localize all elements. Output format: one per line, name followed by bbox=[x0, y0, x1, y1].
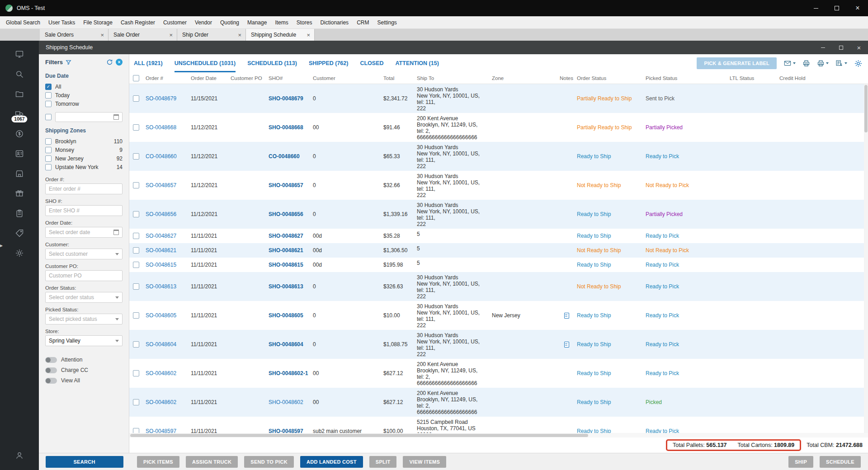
menu-item-file-storage[interactable]: File Storage bbox=[79, 16, 117, 29]
action-split[interactable]: SPLIT bbox=[369, 456, 397, 468]
filter-select-customer[interactable]: Select customer bbox=[45, 249, 123, 259]
table-row[interactable]: SO-004862111/11/2021SHO-004862100d$1,306… bbox=[129, 243, 868, 258]
scrollbar-thumb[interactable] bbox=[864, 85, 868, 132]
filter-select-picked-status[interactable]: Select picked status bbox=[45, 314, 123, 324]
table-row[interactable]: SO-004860211/11/2021SHO-004860200$627.12… bbox=[129, 388, 868, 417]
sho-link[interactable]: CO-0048660 bbox=[269, 153, 300, 160]
folder-icon[interactable] bbox=[0, 84, 39, 104]
sho-link[interactable]: SHO-0048605 bbox=[269, 312, 303, 319]
checkbox[interactable] bbox=[45, 164, 52, 170]
filter-input-customer-po[interactable] bbox=[45, 270, 123, 281]
close-button[interactable]: × bbox=[847, 0, 868, 16]
minimize-button[interactable] bbox=[806, 0, 826, 16]
tab-close-icon[interactable]: × bbox=[235, 32, 241, 38]
zone-option-monsey[interactable]: Monsey9 bbox=[45, 147, 123, 153]
table-row[interactable]: SO-004867911/15/2021SHO-00486790$2,341.7… bbox=[129, 84, 868, 113]
order-link[interactable]: SO-0048604 bbox=[146, 341, 176, 348]
store-icon[interactable] bbox=[0, 164, 39, 183]
order-link[interactable]: SO-0048602 bbox=[146, 370, 176, 376]
filter-date-input[interactable]: Select order date bbox=[45, 227, 123, 238]
note-icon[interactable] bbox=[564, 342, 569, 348]
menu-item-cash-register[interactable]: Cash Register bbox=[117, 16, 159, 29]
table-row[interactable]: SO-004859711/11/2021SHO-0048597sub2 main… bbox=[129, 417, 868, 433]
email-button[interactable] bbox=[783, 60, 796, 67]
table-row[interactable]: SO-004861311/11/2021SHO-00486130$326.633… bbox=[129, 272, 868, 301]
sho-link[interactable]: SHO-0048613 bbox=[269, 283, 303, 290]
toggle-attention[interactable]: Attention bbox=[45, 357, 123, 363]
action-send-to-pick[interactable]: SEND TO PICK bbox=[244, 456, 294, 468]
table-row[interactable]: SO-004860211/11/2021SHO-0048602-100$627.… bbox=[129, 359, 868, 388]
sho-link[interactable]: SHO-0048602 bbox=[269, 399, 303, 405]
row-checkbox[interactable] bbox=[133, 211, 139, 217]
settings-gear-button[interactable] bbox=[854, 59, 863, 68]
sho-link[interactable]: SHO-0048604 bbox=[269, 341, 303, 348]
due-date-option-all[interactable]: ✓All bbox=[45, 84, 123, 90]
search-icon[interactable] bbox=[0, 64, 39, 84]
sho-link[interactable]: SHO-0048627 bbox=[269, 233, 303, 239]
panel-restore-button[interactable] bbox=[832, 41, 850, 54]
checkbox[interactable] bbox=[45, 147, 52, 153]
refresh-icon[interactable] bbox=[106, 59, 113, 66]
order-link[interactable]: SO-0048668 bbox=[146, 124, 176, 131]
order-link[interactable]: SO-0048621 bbox=[146, 247, 176, 254]
menu-item-settings[interactable]: Settings bbox=[373, 16, 401, 29]
tab-close-icon[interactable]: × bbox=[304, 32, 310, 38]
menu-item-stores[interactable]: Stores bbox=[292, 16, 316, 29]
view-tab-attention-15[interactable]: ATTENTION (15) bbox=[396, 54, 439, 72]
row-checkbox[interactable] bbox=[133, 95, 139, 102]
panel-close-button[interactable]: × bbox=[850, 41, 868, 54]
zone-option-upstate-new-york[interactable]: Upstate New York14 bbox=[45, 164, 123, 170]
select-all-checkbox[interactable] bbox=[133, 75, 139, 81]
menu-item-user-tasks[interactable]: User Tasks bbox=[44, 16, 79, 29]
checkbox[interactable] bbox=[45, 92, 52, 99]
tab-ship-order[interactable]: Ship Order× bbox=[177, 29, 246, 41]
row-checkbox[interactable] bbox=[133, 233, 139, 239]
menu-item-customer[interactable]: Customer bbox=[159, 16, 191, 29]
contacts-icon[interactable] bbox=[0, 144, 39, 164]
row-checkbox[interactable] bbox=[133, 399, 139, 405]
filter-input-order[interactable] bbox=[45, 183, 123, 194]
zone-option-new-jersey[interactable]: New Jersey92 bbox=[45, 155, 123, 162]
table-row[interactable]: CO-004866011/12/2021CO-00486600$65.3330 … bbox=[129, 142, 868, 171]
sho-link[interactable]: SHO-0048668 bbox=[269, 124, 303, 131]
print-preview-button[interactable] bbox=[802, 60, 810, 67]
export-button[interactable] bbox=[835, 60, 847, 67]
row-checkbox[interactable] bbox=[133, 153, 139, 160]
dashboard-icon[interactable] bbox=[0, 44, 39, 64]
row-checkbox[interactable] bbox=[133, 312, 139, 319]
zone-option-brooklyn[interactable]: Brooklyn110 bbox=[45, 138, 123, 145]
action-view-items[interactable]: VIEW ITEMS bbox=[403, 456, 446, 468]
row-checkbox[interactable] bbox=[133, 341, 139, 348]
row-checkbox[interactable] bbox=[133, 182, 139, 188]
sho-link[interactable]: SHO-0048656 bbox=[269, 211, 303, 217]
tab-sale-orders[interactable]: Sale Orders× bbox=[40, 29, 108, 41]
sho-link[interactable]: SHO-0048657 bbox=[269, 182, 303, 188]
filter-select-store[interactable]: Spring Valley bbox=[45, 335, 123, 346]
order-link[interactable]: CO-0048660 bbox=[146, 153, 177, 160]
order-link[interactable]: SO-0048597 bbox=[146, 428, 176, 433]
view-tab-shipped-762[interactable]: SHIPPED (762) bbox=[309, 54, 349, 72]
menu-item-vendor[interactable]: Vendor bbox=[191, 16, 216, 29]
due-date-option-tomorrow[interactable]: Tomorrow bbox=[45, 101, 123, 107]
menu-item-crm[interactable]: CRM bbox=[353, 16, 373, 29]
sho-link[interactable]: SHO-0048615 bbox=[269, 262, 303, 268]
horizontal-scrollbar[interactable] bbox=[129, 433, 868, 437]
row-checkbox[interactable] bbox=[133, 428, 139, 433]
menu-item-manage[interactable]: Manage bbox=[243, 16, 271, 29]
action-schedule[interactable]: SCHEDULE bbox=[820, 456, 861, 468]
custom-date-input[interactable] bbox=[55, 112, 123, 122]
checkbox[interactable] bbox=[45, 155, 52, 162]
toggle-switch[interactable] bbox=[45, 357, 57, 363]
tab-sale-order[interactable]: Sale Order× bbox=[108, 29, 177, 41]
menu-item-dictionaries[interactable]: Dictionaries bbox=[316, 16, 353, 29]
order-link[interactable]: SO-0048627 bbox=[146, 233, 176, 239]
clear-filters-icon[interactable]: × bbox=[116, 59, 123, 66]
note-icon[interactable] bbox=[564, 313, 569, 319]
sho-link[interactable]: SHO-0048621 bbox=[269, 247, 303, 254]
panel-expander-icon[interactable]: ▸ bbox=[0, 243, 3, 248]
checkbox[interactable]: ✓ bbox=[45, 84, 52, 90]
order-link[interactable]: SO-0048615 bbox=[146, 262, 176, 268]
view-tab-unscheduled-1031[interactable]: UNSCHEDULED (1031) bbox=[175, 54, 236, 72]
tab-close-icon[interactable]: × bbox=[166, 32, 173, 38]
gift-icon[interactable] bbox=[0, 183, 39, 203]
